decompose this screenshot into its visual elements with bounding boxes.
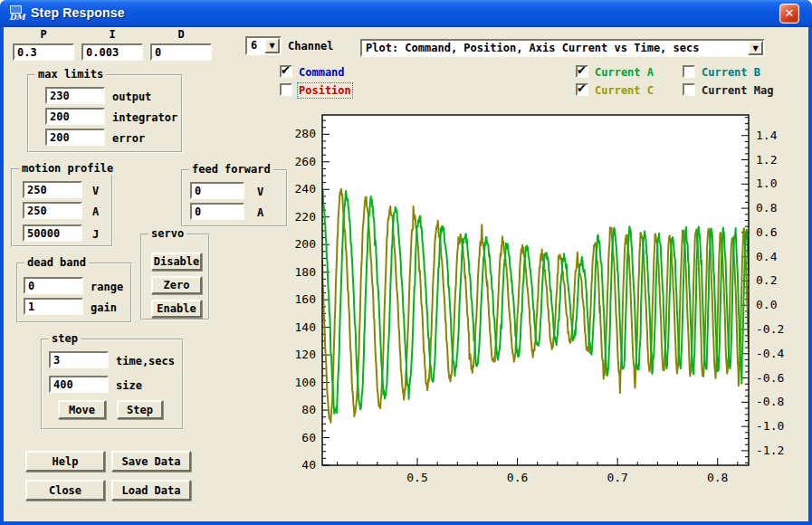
d-label: D: [150, 28, 212, 41]
servo-enable-button[interactable]: Enable: [151, 300, 202, 318]
jerk-label: J: [92, 228, 99, 241]
motion-profile-group: motion profile V A J: [11, 168, 113, 247]
motion-profile-group-title: motion profile: [19, 162, 116, 175]
feed-forward-group-title: feed forward: [189, 163, 273, 176]
current-mag-checkbox-label[interactable]: Current Mag: [702, 84, 773, 97]
plot-selector-combo[interactable]: Plot: Command, Position, Axis Current vs…: [360, 39, 765, 57]
ff-accel-label: A: [257, 206, 263, 219]
current-c-checkbox[interactable]: ✔: [576, 83, 588, 96]
current-mag-checkbox[interactable]: ✔: [683, 83, 695, 96]
channel-dropdown-arrow-icon[interactable]: ▼: [264, 38, 280, 53]
svg-text:0.4: 0.4: [756, 250, 778, 263]
current-c-checkbox-label[interactable]: Current C: [595, 84, 654, 97]
svg-text:0.8: 0.8: [707, 471, 728, 484]
current-a-checkbox[interactable]: ✔: [576, 65, 588, 78]
max-error-label: error: [112, 132, 145, 145]
move-button[interactable]: Move: [58, 400, 106, 419]
svg-text:-1.2: -1.2: [756, 444, 784, 457]
i-field[interactable]: [81, 43, 143, 61]
step-size-label: size: [116, 379, 142, 392]
svg-text:60: 60: [301, 431, 316, 444]
step-group-title: step: [49, 332, 81, 345]
svg-text:160: 160: [295, 292, 316, 306]
i-label: I: [81, 28, 143, 41]
servo-group: servo Disable Zero Enable: [140, 234, 210, 320]
step-time-label: time,secs: [116, 355, 175, 368]
svg-text:260: 260: [295, 155, 316, 168]
current-b-checkbox[interactable]: ✔: [683, 65, 695, 78]
svg-text:0.5: 0.5: [406, 471, 427, 484]
step-group: step time,secs size Move Step: [41, 339, 184, 430]
svg-text:0.6: 0.6: [756, 225, 777, 239]
servo-zero-button[interactable]: Zero: [151, 276, 202, 294]
svg-text:-0.6: -0.6: [756, 371, 784, 385]
velocity-field[interactable]: [23, 181, 82, 198]
channel-label: Channel: [288, 40, 334, 52]
accel-field[interactable]: [23, 202, 82, 219]
deadband-range-label: range: [91, 281, 123, 293]
window-title: Step Response: [31, 5, 125, 20]
svg-text:-0.8: -0.8: [756, 395, 784, 408]
servo-group-title: servo: [148, 227, 186, 240]
jerk-field[interactable]: [23, 224, 82, 242]
max-output-label: output: [112, 91, 151, 103]
svg-text:280: 280: [295, 127, 316, 140]
svg-text:-0.2: -0.2: [756, 322, 784, 336]
svg-text:40: 40: [301, 458, 316, 472]
deadband-range-field[interactable]: [24, 277, 83, 294]
dead-band-group: dead band range gain: [16, 262, 132, 323]
max-error-field[interactable]: [45, 129, 105, 146]
current-b-checkbox-label[interactable]: Current B: [702, 66, 760, 79]
plot-selector-dropdown-arrow-icon[interactable]: ▼: [748, 41, 763, 55]
step-size-field[interactable]: [49, 376, 109, 393]
d-field[interactable]: [150, 43, 212, 61]
servo-disable-button[interactable]: Disable: [151, 253, 202, 271]
titlebar[interactable]: DM Step Response ✕: [0, 0, 812, 27]
p-field[interactable]: [13, 43, 74, 61]
max-limits-group: max limits output integrator error: [27, 74, 183, 153]
dead-band-group-title: dead band: [24, 256, 89, 269]
ff-velocity-field[interactable]: [190, 182, 244, 199]
svg-text:240: 240: [295, 182, 316, 196]
app-icon: DM: [8, 5, 27, 23]
svg-text:1.2: 1.2: [756, 153, 777, 167]
svg-text:200: 200: [295, 237, 316, 251]
save-data-button[interactable]: Save Data: [111, 451, 191, 472]
ff-accel-field[interactable]: [190, 203, 244, 220]
position-checkbox[interactable]: ✔: [280, 83, 292, 96]
channel-combo[interactable]: 6 ▼: [245, 36, 282, 55]
command-checkbox[interactable]: ✔: [280, 65, 292, 78]
svg-text:100: 100: [295, 376, 316, 389]
position-checkbox-label[interactable]: Position: [299, 84, 351, 97]
step-button[interactable]: Step: [117, 400, 163, 419]
check-mark-icon: ✔: [281, 63, 291, 77]
svg-text:1.4: 1.4: [756, 129, 778, 142]
help-button[interactable]: Help: [25, 451, 105, 472]
deadband-gain-field[interactable]: [24, 298, 83, 315]
check-mark-icon: ✔: [577, 63, 587, 77]
svg-text:-0.4: -0.4: [756, 347, 784, 360]
max-integrator-field[interactable]: [45, 108, 105, 125]
velocity-label: V: [92, 185, 99, 197]
svg-text:1.0: 1.0: [756, 177, 777, 190]
close-window-button[interactable]: ✕: [779, 4, 799, 24]
svg-text:180: 180: [295, 265, 316, 279]
ff-velocity-label: V: [257, 186, 263, 198]
svg-text:0.7: 0.7: [607, 471, 627, 484]
deadband-gain-label: gain: [91, 301, 117, 314]
svg-text:0.8: 0.8: [756, 201, 777, 215]
step-time-field[interactable]: [49, 351, 109, 368]
close-button[interactable]: Close: [25, 480, 105, 501]
max-limits-group-title: max limits: [35, 68, 106, 81]
svg-text:-1.0: -1.0: [756, 419, 784, 433]
accel-label: A: [92, 205, 99, 218]
app-icon-text: DM: [9, 13, 25, 22]
load-data-button[interactable]: Load Data: [111, 480, 191, 501]
current-a-checkbox-label[interactable]: Current A: [595, 66, 654, 79]
svg-text:220: 220: [295, 210, 316, 224]
svg-text:0.0: 0.0: [756, 298, 777, 311]
p-label: P: [13, 28, 74, 41]
command-checkbox-label[interactable]: Command: [299, 66, 345, 79]
svg-text:120: 120: [295, 348, 316, 361]
max-output-field[interactable]: [45, 87, 105, 104]
